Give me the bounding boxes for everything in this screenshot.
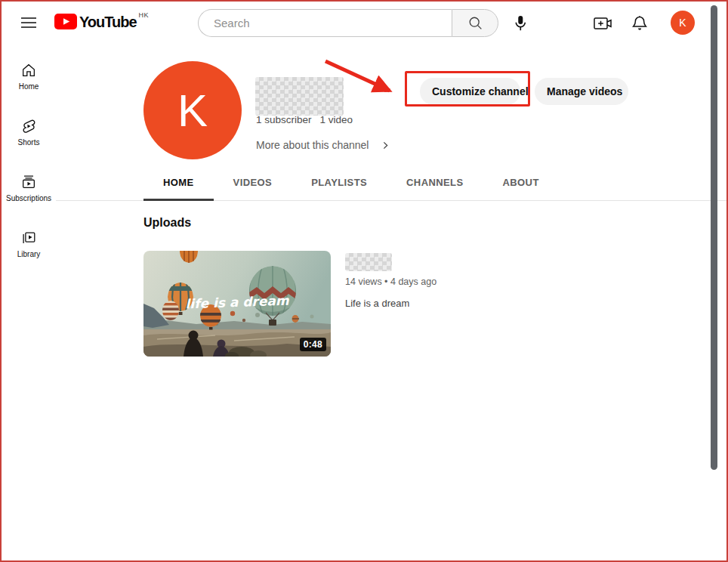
brand-wordmark: YouTube <box>79 14 137 30</box>
youtube-logo[interactable]: YouTube HK <box>54 14 149 30</box>
blurred-video-title <box>345 253 392 271</box>
sidebar-item-home[interactable]: Home <box>5 56 53 112</box>
customize-channel-button[interactable]: Customize channel <box>420 78 520 105</box>
video-count: 1 video <box>320 114 353 125</box>
channel-avatar[interactable]: K <box>143 61 242 159</box>
home-icon <box>20 62 37 79</box>
tab-about[interactable]: ABOUT <box>483 165 559 201</box>
search-input[interactable] <box>198 9 452 37</box>
hamburger-icon <box>20 16 37 29</box>
more-about-channel-link[interactable]: More about this channel <box>256 139 390 151</box>
youtube-play-icon <box>54 14 77 29</box>
main-content: K 1 subscriber1 video More about this ch… <box>56 44 726 560</box>
tab-videos[interactable]: VIDEOS <box>214 165 292 201</box>
mic-button[interactable] <box>511 14 530 33</box>
sidebar-item-subscriptions[interactable]: Subscriptions <box>5 168 53 224</box>
sidebar-item-library[interactable]: Library <box>5 224 53 279</box>
manage-videos-button[interactable]: Manage videos <box>535 78 628 105</box>
tab-playlists[interactable]: PLAYLISTS <box>292 165 387 201</box>
channel-stats: 1 subscriber1 video <box>256 114 353 125</box>
create-video-icon <box>593 14 613 32</box>
channel-avatar-letter: K <box>177 85 208 137</box>
tab-channels[interactable]: CHANNELS <box>387 165 483 201</box>
notifications-button[interactable] <box>630 13 649 33</box>
youtube-channel-page: YouTube HK <box>0 0 728 562</box>
tab-home[interactable]: HOME <box>143 165 214 201</box>
sidebar-item-label: Library <box>17 250 41 258</box>
scrollbar-thumb[interactable] <box>711 5 717 470</box>
menu-icon[interactable] <box>20 16 37 29</box>
shorts-icon <box>20 118 37 134</box>
sidebar-item-label: Subscriptions <box>6 194 51 202</box>
search-bar <box>198 9 498 37</box>
video-description[interactable]: Life is a dream <box>345 298 474 309</box>
sidebar: Home Shorts Subscriptions Library <box>2 44 56 279</box>
video-info: 14 views • 4 days ago Life is a dream <box>345 251 474 357</box>
video-list-item: life is a dream 0:48 14 views • 4 days a… <box>143 251 474 357</box>
library-icon <box>20 230 37 246</box>
sidebar-item-label: Shorts <box>18 138 40 147</box>
chevron-right-icon <box>381 140 390 150</box>
subscriber-count: 1 subscriber <box>256 114 312 125</box>
sidebar-item-label: Home <box>19 82 39 91</box>
mic-icon <box>512 14 529 32</box>
blurred-channel-name <box>255 77 344 116</box>
search-button[interactable] <box>452 9 498 37</box>
video-meta: 14 views • 4 days ago <box>345 276 474 287</box>
top-bar: YouTube HK <box>2 2 726 44</box>
uploads-heading: Uploads <box>143 216 191 230</box>
sidebar-item-shorts[interactable]: Shorts <box>5 112 53 168</box>
bell-icon <box>631 14 649 33</box>
create-video-button[interactable] <box>592 14 613 33</box>
video-duration-badge: 0:48 <box>300 338 326 351</box>
account-avatar-letter: K <box>679 17 686 29</box>
video-thumbnail[interactable]: life is a dream 0:48 <box>143 251 331 357</box>
region-label: HK <box>139 11 150 19</box>
subscriptions-icon <box>20 174 37 190</box>
search-icon <box>467 15 483 31</box>
channel-tabs: HOME VIDEOS PLAYLISTS CHANNELS ABOUT <box>56 165 726 201</box>
account-avatar[interactable]: K <box>671 11 695 35</box>
more-about-channel-label: More about this channel <box>256 139 369 151</box>
